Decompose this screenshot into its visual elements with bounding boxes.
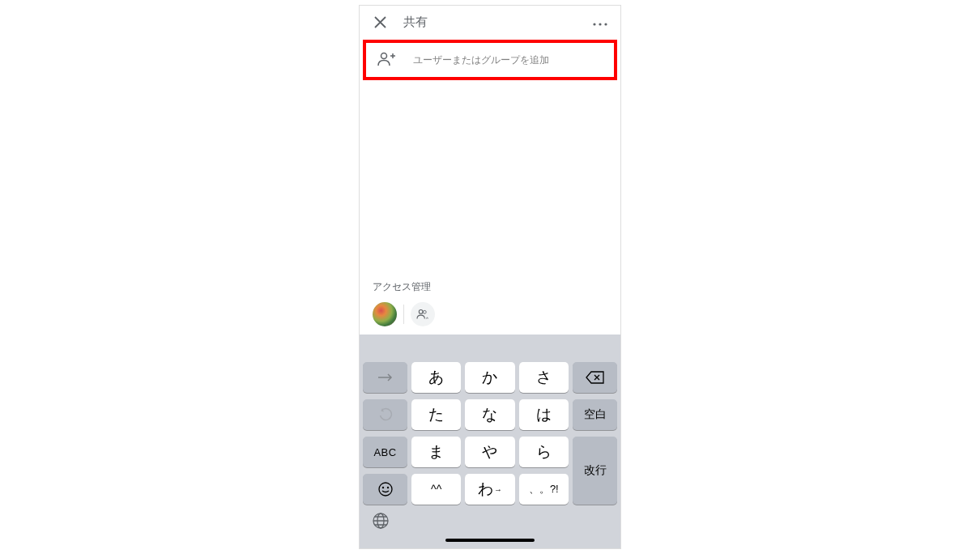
svg-point-0 (593, 23, 595, 25)
key-ra[interactable]: ら (519, 437, 569, 467)
key-sa[interactable]: さ (519, 362, 569, 393)
more-icon[interactable] (593, 15, 607, 29)
key-ta[interactable]: た (411, 399, 461, 430)
svg-point-2 (604, 23, 607, 25)
key-punct[interactable]: 、。?! (519, 474, 569, 505)
home-indicator[interactable] (445, 539, 535, 542)
add-people-input-row (363, 40, 617, 80)
svg-point-1 (599, 23, 601, 25)
key-next-candidate[interactable] (363, 362, 407, 393)
svg-point-4 (419, 310, 423, 314)
dialog-title: 共有 (403, 15, 428, 30)
close-icon[interactable] (373, 15, 387, 29)
person-add-icon (377, 52, 395, 68)
key-kaomoji[interactable]: ^^ (411, 474, 461, 505)
svg-point-7 (381, 487, 383, 488)
key-ka[interactable]: か (465, 362, 514, 393)
globe-icon[interactable] (369, 509, 392, 532)
svg-point-5 (423, 310, 426, 313)
svg-point-6 (379, 483, 392, 496)
key-backspace[interactable] (573, 362, 617, 393)
key-ma[interactable]: ま (411, 437, 461, 467)
access-management-section: アクセス管理 (360, 280, 620, 335)
svg-point-8 (386, 487, 388, 488)
key-abc[interactable]: ABC (363, 437, 407, 467)
key-a[interactable]: あ (411, 362, 461, 393)
svg-point-3 (381, 53, 387, 59)
share-dialog: 共有 アクセス管理 (359, 5, 621, 549)
manage-access-button[interactable] (411, 302, 435, 326)
keyboard: ABC あ か さ た な は ま や ら (360, 335, 620, 548)
key-emoji[interactable] (363, 474, 407, 505)
divider (403, 305, 404, 324)
key-wa[interactable]: わ→ (465, 474, 514, 505)
dialog-header: 共有 (360, 6, 620, 38)
key-ha[interactable]: は (519, 399, 569, 430)
key-space[interactable]: 空白 (573, 399, 617, 430)
access-management-title: アクセス管理 (373, 280, 607, 294)
key-undo[interactable] (363, 399, 407, 430)
add-people-input[interactable] (413, 54, 603, 66)
key-ya[interactable]: や (465, 437, 514, 467)
user-avatar[interactable] (373, 302, 397, 326)
key-na[interactable]: な (465, 399, 514, 430)
key-newline[interactable]: 改行 (573, 437, 617, 505)
content-area (360, 82, 620, 280)
access-row (373, 302, 607, 326)
